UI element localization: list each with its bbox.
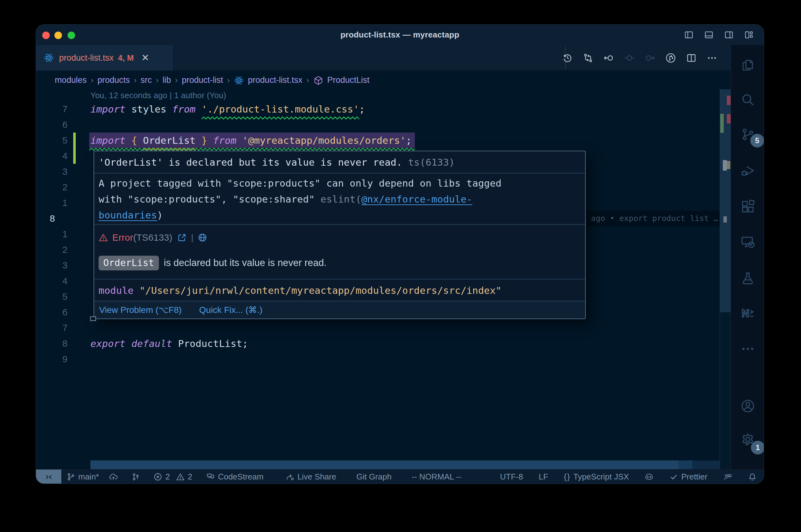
accounts-icon[interactable] <box>740 399 755 414</box>
vim-mode-status[interactable]: -- NORMAL -- <box>412 472 461 482</box>
toggle-panel-left-icon[interactable] <box>684 30 694 40</box>
selected-import-statement: import { OrderList } from '@myreactapp/m… <box>89 133 415 148</box>
timeline-history-icon[interactable] <box>562 53 573 63</box>
code-text: import styles from './product-list.modul… <box>90 101 365 117</box>
extensions-icon[interactable] <box>740 199 755 214</box>
line-number: 7 <box>36 320 68 336</box>
minimap[interactable] <box>720 89 731 469</box>
copilot-status[interactable] <box>644 472 654 481</box>
prettier-status[interactable]: Prettier <box>669 472 707 482</box>
warning-triangle-icon <box>98 233 108 242</box>
chevron-right-icon: › <box>152 76 162 85</box>
toggle-panel-right-icon[interactable] <box>724 30 734 40</box>
eslint-rule-link[interactable]: boundaries <box>98 209 157 221</box>
more-actions-icon[interactable] <box>707 53 717 63</box>
codestream-status[interactable]: CodeStream <box>206 472 263 482</box>
eol-status[interactable]: LF <box>539 472 548 482</box>
more-views-icon[interactable] <box>740 341 755 356</box>
code-line: 5 import { OrderList } from '@myreactapp… <box>36 133 720 148</box>
eslint-rule-link[interactable]: @nx/enforce-module- <box>361 193 472 205</box>
previous-change-icon[interactable] <box>603 53 614 63</box>
open-external-icon[interactable] <box>177 233 187 242</box>
window-title: product-list.tsx — myreactapp <box>36 25 764 45</box>
breadcrumb-item-symbol[interactable]: ProductList <box>327 75 369 85</box>
git-branch-status[interactable]: main* <box>66 472 99 482</box>
error-code: (TS6133) <box>133 232 172 243</box>
minimap-error-mark <box>727 96 731 105</box>
activity-bar: 5 1 <box>731 45 764 469</box>
split-editor-icon[interactable] <box>686 53 697 63</box>
breadcrumb-item-product-list[interactable]: product-list <box>182 75 223 85</box>
chevron-right-icon: › <box>223 76 234 85</box>
next-change-icon[interactable] <box>644 53 656 63</box>
problems-status[interactable]: 2 2 <box>153 472 192 482</box>
symbol-chip: OrderList <box>98 256 159 270</box>
run-debug-icon[interactable] <box>740 163 755 178</box>
breadcrumb-item-src[interactable]: src <box>141 75 152 85</box>
hover-module-row: module "/Users/juri/nrwl/content/myreact… <box>94 280 585 301</box>
remote-explorer-icon[interactable] <box>740 234 755 249</box>
customize-layout-icon[interactable] <box>744 30 754 40</box>
bell-icon[interactable] <box>748 472 757 481</box>
encoding-status[interactable]: UTF-8 <box>500 472 523 482</box>
testing-beaker-icon[interactable] <box>740 271 755 286</box>
horizontal-scrollbar[interactable] <box>90 460 720 469</box>
settings-badge: 1 <box>751 441 764 455</box>
error-count: 2 <box>165 472 169 482</box>
commit-graph-icon[interactable] <box>665 53 676 63</box>
warning-count: 2 <box>188 472 192 482</box>
tab-product-list-tsx[interactable]: product-list.tsx 4, M ✕ <box>36 45 174 71</box>
breadcrumb-item-lib[interactable]: lib <box>163 75 171 85</box>
sync-cloud-upload-icon[interactable] <box>109 472 118 481</box>
vscode-window: product-list.tsx — myreactapp <box>36 24 764 484</box>
breadcrumb-item-file[interactable]: product-list.tsx <box>248 75 302 85</box>
separator-pipe: | <box>191 232 193 243</box>
git-compare-icon[interactable] <box>583 53 594 63</box>
globe-icon[interactable] <box>198 233 207 242</box>
language-mode-status[interactable]: {} TypeScript JSX <box>564 472 629 482</box>
feedback-icon[interactable] <box>723 472 732 481</box>
quick-fix-button[interactable]: Quick Fix... (⌘.) <box>199 305 262 315</box>
git-ref-status-icon[interactable] <box>131 472 140 481</box>
view-problem-button[interactable]: View Problem (⌥F8) <box>99 305 182 315</box>
code-text: export default ProductList; <box>90 336 248 352</box>
codelens-authors[interactable]: You, 12 seconds ago | 1 author (You) <box>90 90 226 101</box>
tab-label: product-list.tsx <box>59 53 113 63</box>
chip-message: is declared but its value is never read. <box>164 257 327 268</box>
tab-problems-badge: 4, M <box>118 53 134 63</box>
explorer-files-icon[interactable] <box>740 58 755 73</box>
diagnostic-hover-tooltip: 'OrderList' is declared but its value is… <box>94 151 586 319</box>
code-line: 7 <box>36 320 720 336</box>
breadcrumb-item-modules[interactable]: modules <box>55 75 87 85</box>
code-line: 9 <box>36 352 720 367</box>
nx-console-icon[interactable] <box>740 306 755 321</box>
breadcrumb-item-products[interactable]: products <box>97 75 130 85</box>
git-blame-annotation: ago • export product list … <box>591 211 718 226</box>
line-number: 2 <box>36 179 68 195</box>
symbol-class-cube-icon <box>313 75 324 86</box>
hover-diagnostic-row: 'OrderList' is declared but its value is… <box>94 151 585 173</box>
breadcrumb: modules › products › src › lib › product… <box>36 71 731 89</box>
current-change-icon[interactable] <box>624 53 635 63</box>
code-line: 7 import styles from './product-list.mod… <box>36 101 720 117</box>
horizontal-scrollbar-end <box>678 460 692 469</box>
minimap-selection-mark <box>727 161 730 169</box>
line-number: 3 <box>36 258 68 273</box>
hover-resize-handle[interactable] <box>90 316 96 321</box>
code-line: 8 export default ProductList; <box>36 336 720 352</box>
git-graph-status[interactable]: Git Graph <box>357 472 392 482</box>
toggle-panel-bottom-icon[interactable] <box>704 30 714 40</box>
horizontal-scrollbar-slider[interactable] <box>90 460 678 469</box>
chevron-right-icon: › <box>171 76 182 85</box>
line-number: 6 <box>36 117 68 133</box>
error-label: Error <box>112 232 133 243</box>
module-keyword: module <box>98 285 133 296</box>
close-tab-icon[interactable]: ✕ <box>142 53 149 62</box>
code-text: import { OrderList } from '@myreactapp/m… <box>90 133 415 148</box>
line-number: 4 <box>36 273 68 289</box>
live-share-status[interactable]: Live Share <box>285 472 336 482</box>
code-line: 6 <box>36 117 720 133</box>
search-icon[interactable] <box>740 92 755 107</box>
remote-indicator[interactable] <box>36 470 61 484</box>
chevron-right-icon: › <box>302 76 313 85</box>
